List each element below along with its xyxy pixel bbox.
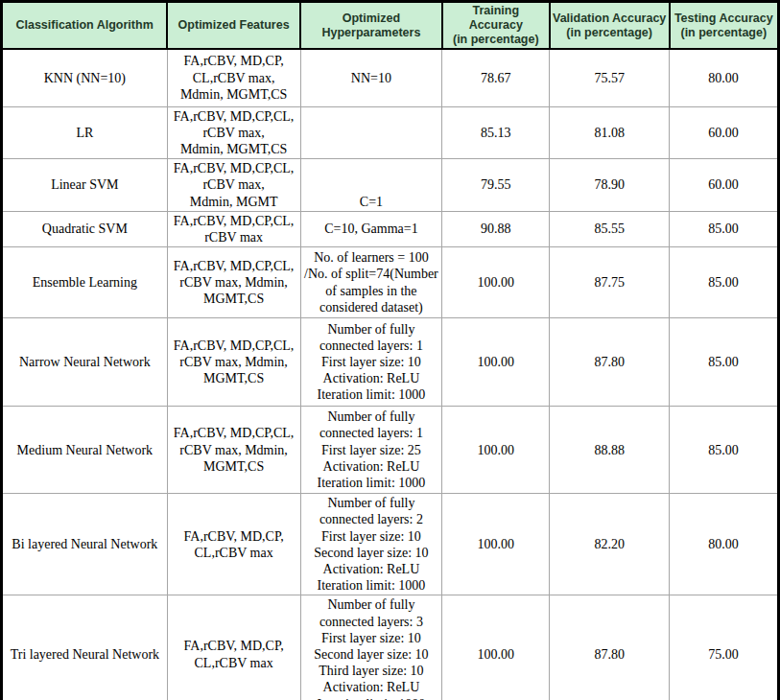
cell-algorithm: Bi layered Neural Network [2, 494, 168, 595]
column-header-optimized-features: Optimized Features [167, 2, 300, 50]
cell-features: FA,rCBV, MD,CP, CL,rCBV max, Mdmin, MGMT… [167, 49, 300, 106]
cell-hyperparameters: NN=10 [300, 49, 442, 106]
column-header-classification-algorithm: Classification Algorithm [2, 2, 168, 50]
column-header-training-accuracy: Training Accuracy (in percentage) [442, 2, 550, 50]
cell-features: FA,rCBV, MD,CP,CL, rCBV max, Mdmin, MGMT… [167, 106, 300, 159]
cell-features: FA,rCBV, MD,CP, CL,rCBV max [167, 595, 300, 700]
cell-hyperparameters: Number of fully connected layers: 3 Firs… [300, 595, 442, 700]
cell-algorithm: Ensemble Learning [2, 247, 168, 318]
cell-training-accuracy: 100.00 [442, 247, 550, 318]
cell-testing-accuracy: 60.00 [670, 106, 779, 159]
cell-features: FA,rCBV, MD,CP,CL, rCBV max [167, 211, 300, 246]
cell-algorithm: Linear SVM [2, 159, 168, 212]
table-row: Tri layered Neural Network FA,rCBV, MD,C… [2, 595, 779, 700]
cell-validation-accuracy: 87.80 [550, 595, 670, 700]
table-row: Ensemble Learning FA,rCBV, MD,CP,CL, rCB… [2, 247, 779, 318]
cell-testing-accuracy: 85.00 [670, 318, 779, 407]
cell-training-accuracy: 78.67 [442, 49, 550, 106]
cell-hyperparameters: C=1 [300, 159, 442, 212]
cell-features: FA,rCBV, MD,CP,CL, rCBV max, Mdmin, MGMT… [167, 247, 300, 318]
cell-validation-accuracy: 88.88 [550, 407, 670, 494]
table-row: Narrow Neural Network FA,rCBV, MD,CP,CL,… [2, 318, 779, 407]
cell-features: FA,rCBV, MD,CP,CL, rCBV max, Mdmin, MGMT… [167, 407, 300, 494]
cell-algorithm: Narrow Neural Network [2, 318, 168, 407]
cell-training-accuracy: 100.00 [442, 595, 550, 700]
cell-training-accuracy: 100.00 [442, 407, 550, 494]
cell-validation-accuracy: 87.80 [550, 318, 670, 407]
algorithm-comparison-table: Classification Algorithm Optimized Featu… [0, 0, 780, 700]
cell-training-accuracy: 100.00 [442, 494, 550, 595]
table-row: Medium Neural Network FA,rCBV, MD,CP,CL,… [2, 407, 779, 494]
table-header: Classification Algorithm Optimized Featu… [2, 2, 779, 50]
cell-features: FA,rCBV, MD,CP,CL, rCBV max, Mdmin, MGMT… [167, 318, 300, 407]
cell-testing-accuracy: 85.00 [670, 247, 779, 318]
cell-hyperparameters: Number of fully connected layers: 2 Firs… [300, 494, 442, 595]
table-row: LR FA,rCBV, MD,CP,CL, rCBV max, Mdmin, M… [2, 106, 779, 159]
cell-testing-accuracy: 80.00 [670, 494, 779, 595]
table-row: Bi layered Neural Network FA,rCBV, MD,CP… [2, 494, 779, 595]
cell-validation-accuracy: 78.90 [550, 159, 670, 212]
table-row: Quadratic SVM FA,rCBV, MD,CP,CL, rCBV ma… [2, 211, 779, 246]
cell-algorithm: Quadratic SVM [2, 211, 168, 246]
table-body: KNN (NN=10) FA,rCBV, MD,CP, CL,rCBV max,… [2, 49, 779, 700]
cell-validation-accuracy: 87.75 [550, 247, 670, 318]
cell-validation-accuracy: 81.08 [550, 106, 670, 159]
column-header-optimized-hyperparameters: Optimized Hyperparameters [300, 2, 442, 50]
cell-hyperparameters: No. of learners = 100 /No. of split=74(N… [300, 247, 442, 318]
cell-training-accuracy: 90.88 [442, 211, 550, 246]
cell-testing-accuracy: 85.00 [670, 407, 779, 494]
cell-algorithm: LR [2, 106, 168, 159]
cell-algorithm: Tri layered Neural Network [2, 595, 168, 700]
cell-validation-accuracy: 85.55 [550, 211, 670, 246]
cell-testing-accuracy: 85.00 [670, 211, 779, 246]
cell-features: FA,rCBV, MD,CP, CL,rCBV max [167, 494, 300, 595]
column-header-testing-accuracy: Testing Accuracy (in percentage) [670, 2, 779, 50]
cell-training-accuracy: 85.13 [442, 106, 550, 159]
cell-features: FA,rCBV, MD,CP,CL, rCBV max, Mdmin, MGMT [167, 159, 300, 212]
cell-training-accuracy: 79.55 [442, 159, 550, 212]
header-row: Classification Algorithm Optimized Featu… [2, 2, 779, 50]
cell-algorithm: KNN (NN=10) [2, 49, 168, 106]
table-row: Linear SVM FA,rCBV, MD,CP,CL, rCBV max, … [2, 159, 779, 212]
cell-testing-accuracy: 60.00 [670, 159, 779, 212]
cell-hyperparameters: C=10, Gamma=1 [300, 211, 442, 246]
cell-hyperparameters: Number of fully connected layers: 1 Firs… [300, 407, 442, 494]
cell-hyperparameters [300, 106, 442, 159]
cell-algorithm: Medium Neural Network [2, 407, 168, 494]
cell-testing-accuracy: 80.00 [670, 49, 779, 106]
cell-training-accuracy: 100.00 [442, 318, 550, 407]
cell-hyperparameters: Number of fully connected layers: 1 Firs… [300, 318, 442, 407]
cell-validation-accuracy: 82.20 [550, 494, 670, 595]
cell-testing-accuracy: 75.00 [670, 595, 779, 700]
cell-validation-accuracy: 75.57 [550, 49, 670, 106]
table-row: KNN (NN=10) FA,rCBV, MD,CP, CL,rCBV max,… [2, 49, 779, 106]
column-header-validation-accuracy: Validation Accuracy (in percentage) [550, 2, 670, 50]
